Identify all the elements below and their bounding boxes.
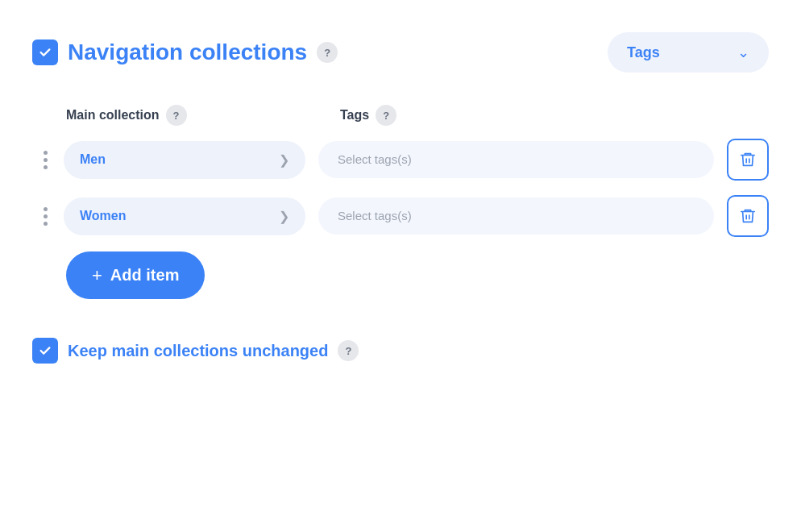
collection-chevron-icon: ❯ [279,152,289,168]
drag-dot [44,151,48,155]
col-header-collection: Main collection ? [66,105,324,126]
tags-select-placeholder: Select tags(s) [338,209,412,222]
column-headers: Main collection ? Tags ? [40,105,769,126]
drag-handle[interactable] [40,148,51,172]
tags-dropdown[interactable]: Tags ⌄ [608,32,769,73]
drag-dot [44,214,48,218]
drag-dot [44,207,48,211]
drag-dot [44,158,48,162]
drag-dot [44,222,48,226]
collection-select-women[interactable]: Women ❯ [64,197,305,235]
tags-dropdown-label: Tags [627,44,660,61]
collection-help-badge[interactable]: ? [166,105,187,126]
collection-select-label: Women [80,209,126,223]
add-item-button[interactable]: + Add item [66,251,205,299]
content-area: Main collection ? Tags ? Men ❯ Select ta… [32,105,769,299]
header-left: Navigation collections ? [32,39,338,65]
delete-button-women[interactable] [727,195,769,237]
footer-row: Keep main collections unchanged ? [32,338,769,364]
table-row: Women ❯ Select tags(s) [40,195,769,237]
collection-select-label: Men [80,152,106,167]
header-row: Navigation collections ? Tags ⌄ [32,32,769,73]
tags-help-badge[interactable]: ? [376,105,396,126]
section-help-badge[interactable]: ? [317,42,338,63]
col-header-tags: Tags ? [340,105,396,126]
tags-select-women[interactable]: Select tags(s) [318,197,714,235]
footer-label: Keep main collections unchanged [68,342,328,360]
tags-select-placeholder: Select tags(s) [338,152,412,166]
table-row: Men ❯ Select tags(s) [40,139,769,181]
section-title: Navigation collections [68,39,307,65]
drag-dot [44,165,48,169]
add-item-label: Add item [110,266,180,285]
tags-column-label: Tags [340,108,369,123]
drag-handle[interactable] [40,204,51,229]
section-checkbox[interactable] [32,39,58,65]
plus-icon: + [92,267,102,285]
delete-button-men[interactable] [727,139,769,181]
footer-help-badge[interactable]: ? [338,340,359,361]
tags-select-men[interactable]: Select tags(s) [318,141,714,178]
collection-select-men[interactable]: Men ❯ [64,141,305,179]
collection-column-label: Main collection [66,108,160,123]
footer-checkbox[interactable] [32,338,58,364]
collection-chevron-icon: ❯ [279,209,289,224]
tags-dropdown-chevron-icon: ⌄ [737,44,749,61]
